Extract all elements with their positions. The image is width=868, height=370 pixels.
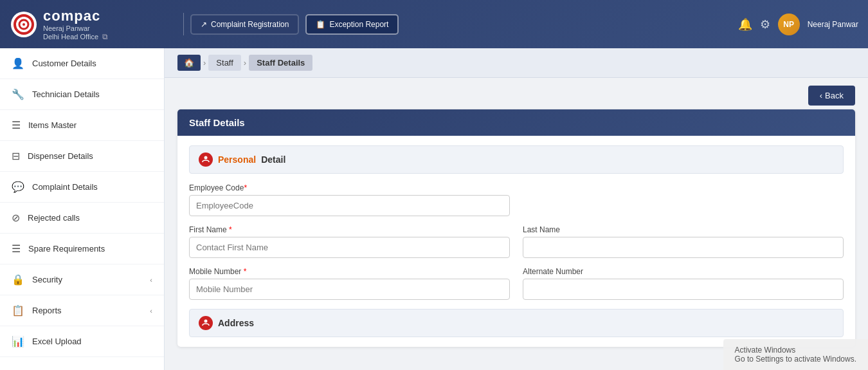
last-name-input[interactable] [523, 237, 844, 258]
sidebar-item-reports[interactable]: 📋 Reports ‹ [0, 295, 164, 326]
mobile-number-group: Mobile Number * [189, 267, 510, 300]
complaint-icon: 💬 [12, 181, 24, 193]
back-button[interactable]: ‹ Back [808, 86, 855, 106]
breadcrumb-home[interactable]: 🏠 [177, 55, 201, 71]
header: compac Neeraj Panwar Delhi Head Office ⧉… [0, 0, 868, 48]
employee-code-input[interactable] [189, 195, 510, 216]
logo-text-area: compac Neeraj Panwar Delhi Head Office ⧉ [43, 8, 108, 41]
report-icon: 📋 [316, 20, 325, 29]
dispenser-icon: ⊟ [12, 150, 20, 162]
svg-point-5 [204, 320, 208, 323]
last-name-group: Last Name [523, 225, 844, 258]
sidebar-label-rejected: Rejected calls [28, 213, 152, 223]
employee-code-group: Employee Code* [189, 183, 510, 216]
breadcrumb-staff-details: Staff Details [249, 55, 312, 71]
personal-label: Personal [218, 154, 256, 165]
staff-details-card: Staff Details Personal Detail [177, 109, 855, 347]
sidebar-item-rejected-calls[interactable]: ⊘ Rejected calls [0, 203, 164, 234]
breadcrumb: 🏠 › Staff › Staff Details [165, 48, 868, 78]
card-header: Staff Details [177, 109, 855, 136]
logo-area: compac Neeraj Panwar Delhi Head Office ⧉ [10, 8, 177, 41]
logo-icon [10, 10, 38, 39]
employee-code-label: Employee Code* [189, 183, 510, 192]
brand-name: compac [43, 8, 108, 24]
back-area: ‹ Back [165, 78, 868, 109]
spare-icon: ☰ [12, 243, 21, 255]
name-row: First Name * Last Name [189, 225, 844, 258]
mobile-number-label: Mobile Number * [189, 267, 510, 276]
detail-label: Detail [261, 154, 285, 165]
reports-icon: 📋 [12, 304, 24, 317]
sidebar-label-items: Items Master [28, 120, 152, 130]
rejected-icon: ⊘ [12, 212, 20, 224]
sidebar-item-complaint-details[interactable]: 💬 Complaint Details [0, 172, 164, 203]
alternate-number-label: Alternate Number [523, 267, 844, 276]
settings-icon[interactable]: ⚙ [760, 17, 770, 32]
sidebar-item-dispenser-details[interactable]: ⊟ Dispenser Details [0, 141, 164, 172]
header-buttons: ↗ Complaint Registration 📋 Exception Rep… [190, 14, 738, 35]
sidebar-item-security[interactable]: 🔒 Security ‹ [0, 264, 164, 295]
security-icon: 🔒 [12, 273, 24, 286]
sidebar-label-technician: Technician Details [32, 89, 152, 99]
header-divider [183, 13, 184, 35]
sidebar-item-items-master[interactable]: ☰ Items Master [0, 110, 164, 141]
mobile-number-input[interactable] [189, 279, 510, 300]
sidebar-label-customer: Customer Details [32, 59, 152, 68]
svg-point-4 [204, 156, 208, 160]
sidebar-label-excel: Excel Upload [32, 337, 152, 346]
empty-group-1 [523, 183, 844, 216]
address-section: Address [189, 309, 844, 337]
avatar[interactable]: NP [778, 14, 800, 35]
copy-icon[interactable]: ⧉ [102, 32, 108, 41]
sidebar-label-dispenser: Dispenser Details [28, 151, 152, 161]
exception-report-button[interactable]: 📋 Exception Report [305, 14, 399, 35]
customer-icon: 👤 [12, 57, 24, 69]
sidebar-item-technician-details[interactable]: 🔧 Technician Details [0, 79, 164, 110]
mobile-row: Mobile Number * Alternate Number [189, 267, 844, 300]
breadcrumb-chevron-2: › [244, 58, 246, 68]
security-arrow: ‹ [150, 276, 152, 284]
personal-section-icon [199, 153, 213, 167]
alternate-number-group: Alternate Number [523, 267, 844, 300]
breadcrumb-chevron-1: › [203, 58, 206, 68]
complaint-registration-button[interactable]: ↗ Complaint Registration [190, 14, 299, 35]
employee-code-row: Employee Code* [189, 183, 844, 216]
alternate-number-input[interactable] [523, 279, 844, 300]
header-username: Neeraj Panwar [808, 20, 858, 29]
bell-icon[interactable]: 🔔 [738, 17, 752, 32]
breadcrumb-staff[interactable]: Staff [208, 55, 241, 71]
last-name-label: Last Name [523, 225, 844, 234]
sidebar: 👤 Customer Details 🔧 Technician Details … [0, 48, 165, 370]
content-area: 🏠 › Staff › Staff Details ‹ Back Staff D… [165, 48, 868, 370]
complaint-icon: ↗ [201, 20, 207, 29]
sidebar-label-complaint: Complaint Details [32, 182, 152, 192]
card-body: Personal Detail Employee Code* [177, 136, 855, 347]
first-name-group: First Name * [189, 225, 510, 258]
svg-point-3 [23, 23, 25, 26]
main-layout: 👤 Customer Details 🔧 Technician Details … [0, 48, 868, 370]
back-label: Back [825, 91, 844, 100]
address-section-icon [199, 316, 213, 330]
office-name: Delhi Head Office ⧉ [43, 32, 108, 41]
reports-arrow: ‹ [150, 307, 152, 315]
items-icon: ☰ [12, 119, 21, 131]
excel-icon: 📊 [12, 335, 24, 347]
personal-detail-section: Personal Detail [189, 145, 844, 174]
sidebar-label-security: Security [32, 275, 142, 284]
first-name-label: First Name * [189, 225, 510, 234]
sidebar-item-excel-upload[interactable]: 📊 Excel Upload [0, 326, 164, 357]
sidebar-item-customer-details[interactable]: 👤 Customer Details [0, 48, 164, 79]
user-name-header: Neeraj Panwar [43, 24, 108, 32]
sidebar-item-spare-requirements[interactable]: ☰ Spare Requirements [0, 234, 164, 264]
sidebar-label-reports: Reports [32, 306, 142, 315]
address-label: Address [218, 318, 254, 328]
technician-icon: 🔧 [12, 88, 24, 100]
sidebar-label-spare: Spare Requirements [28, 244, 152, 254]
back-icon: ‹ [820, 91, 822, 100]
header-right: 🔔 ⚙ NP Neeraj Panwar [738, 14, 858, 35]
first-name-input[interactable] [189, 237, 510, 258]
